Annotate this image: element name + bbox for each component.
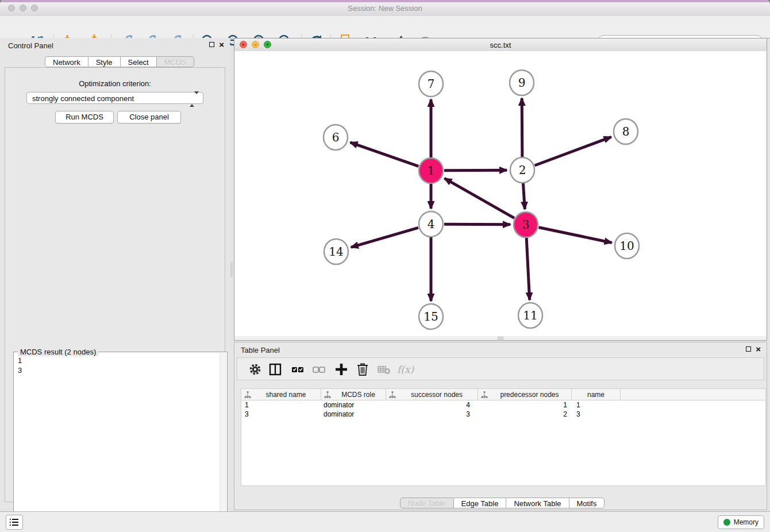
table-toolbar: f(x) xyxy=(237,357,764,380)
app-title: Session: New Session xyxy=(0,4,770,13)
settings-gear-icon[interactable] xyxy=(248,362,263,377)
graph-node-label: 4 xyxy=(428,217,435,231)
delete-column-icon[interactable] xyxy=(355,362,370,377)
close-panel-icon[interactable]: × xyxy=(219,41,224,48)
control-panel: Control Panel × Network Style Select MCD… xyxy=(0,38,230,508)
resize-grip[interactable] xyxy=(498,337,503,340)
graph-edge-3-11[interactable] xyxy=(526,238,529,300)
status-bar: Memory xyxy=(0,511,770,532)
toggle-column-view-icon[interactable] xyxy=(268,362,283,377)
application-window: Session: New Session xyxy=(0,0,770,532)
column-header-name[interactable]: name xyxy=(572,389,621,400)
memory-label: Memory xyxy=(734,518,759,526)
tab-edge-table[interactable]: Edge Table xyxy=(454,498,507,508)
network-canvas[interactable]: 1234678910111415 xyxy=(234,51,767,336)
mcds-result-title: MCDS result (2 nodes) xyxy=(18,348,98,356)
shared-column-icon xyxy=(481,391,488,398)
graph-node-label: 2 xyxy=(519,163,526,177)
graph-node-label: 8 xyxy=(622,125,630,138)
tab-node-table[interactable]: Node Table xyxy=(400,498,454,508)
graph-node-label: 10 xyxy=(619,239,634,253)
result-scrollbar[interactable] xyxy=(220,353,226,532)
network-window-bottom-edge xyxy=(234,336,767,340)
network-view-window: × − + scc.txt 1234678910111415 xyxy=(234,38,767,341)
graph-edge-2-8[interactable] xyxy=(535,137,611,165)
shared-column-icon xyxy=(324,391,331,398)
task-history-button[interactable] xyxy=(6,515,23,530)
function-builder-icon: f(x) xyxy=(397,362,420,377)
delete-table-icon xyxy=(376,362,391,377)
table-row[interactable]: 3 dominator 3 2 3 xyxy=(241,410,765,419)
mcds-tab-content: Optimization criterion: strongly connect… xyxy=(5,67,225,502)
graph-node-label: 7 xyxy=(428,77,435,91)
graph-node-label: 15 xyxy=(424,310,438,323)
tab-network-table[interactable]: Network Table xyxy=(506,498,569,508)
shared-column-icon xyxy=(389,391,396,398)
run-mcds-button[interactable]: Run MCDS xyxy=(55,111,114,124)
close-panel-button[interactable]: Close panel xyxy=(117,111,181,124)
graph-node-label: 9 xyxy=(518,76,526,90)
table-header-row: shared name MCDS role successor nodes pr… xyxy=(241,389,765,400)
graph-edge-2-3[interactable] xyxy=(523,183,525,209)
title-bar: Session: New Session xyxy=(0,0,770,17)
graph-node-label: 1 xyxy=(428,164,435,178)
graph-node-label: 14 xyxy=(329,245,343,259)
memory-button[interactable]: Memory xyxy=(718,515,764,529)
table-panel-title: Table Panel xyxy=(241,346,280,354)
tab-mcds[interactable]: MCDS xyxy=(157,56,194,67)
column-header-successor-nodes[interactable]: successor nodes xyxy=(386,389,478,400)
table-row[interactable]: 1 dominator 4 1 1 xyxy=(241,400,765,410)
close-table-panel-icon[interactable]: × xyxy=(756,346,761,352)
graph-edge-2-9[interactable] xyxy=(522,98,522,157)
deselect-all-icon[interactable] xyxy=(311,362,326,377)
tab-select[interactable]: Select xyxy=(121,56,157,67)
table-panel: Table Panel × xyxy=(234,342,767,510)
mcds-result-text[interactable]: 1 3 xyxy=(18,356,22,375)
panel-splitter[interactable] xyxy=(230,262,233,277)
result-line: 3 xyxy=(18,365,22,375)
graph-edge-4-3[interactable] xyxy=(444,224,510,225)
tab-style[interactable]: Style xyxy=(88,56,121,67)
graph-node-label: 6 xyxy=(332,130,340,144)
main-toolbar xyxy=(0,16,770,38)
table-panel-tabs: Node Table Edge Table Network Table Moti… xyxy=(400,498,605,508)
graph-edge-3-10[interactable] xyxy=(539,228,612,243)
column-header-predecessor-nodes[interactable]: predecessor nodes xyxy=(478,389,572,400)
control-panel-tabs: Network Style Select MCDS xyxy=(45,56,194,67)
select-stepper-icon xyxy=(190,94,199,105)
task-list-icon xyxy=(6,515,22,529)
select-value: strongly connected component xyxy=(32,94,134,103)
tab-network[interactable]: Network xyxy=(45,56,88,67)
control-panel-title: Control Panel xyxy=(8,41,53,50)
mcds-result-group: MCDS result (2 nodes) 1 3 xyxy=(13,352,228,532)
network-window-title: scc.txt xyxy=(234,41,767,49)
float-panel-icon[interactable] xyxy=(209,42,214,47)
graph-edge-1-6[interactable] xyxy=(350,142,418,167)
float-table-panel-icon[interactable] xyxy=(746,346,751,352)
node-table[interactable]: shared name MCDS role successor nodes pr… xyxy=(241,388,766,486)
select-all-icon[interactable] xyxy=(290,362,305,377)
window-top-strip xyxy=(0,0,770,2)
graph-node-label: 3 xyxy=(522,218,530,232)
memory-status-icon xyxy=(723,519,730,526)
column-header-shared-name[interactable]: shared name xyxy=(241,389,321,400)
graph-edge-4-14[interactable] xyxy=(351,228,418,247)
graph-node-label: 11 xyxy=(523,309,537,322)
graph-edge-3-1[interactable] xyxy=(444,178,514,218)
graph-edge-1-2[interactable] xyxy=(444,170,507,171)
tab-motifs[interactable]: Motifs xyxy=(569,498,605,508)
column-header-mcds-role[interactable]: MCDS role xyxy=(321,389,386,400)
shared-column-icon xyxy=(244,391,251,398)
optimization-criterion-label: Optimization criterion: xyxy=(5,79,225,88)
network-graph[interactable]: 1234678910111415 xyxy=(234,51,767,336)
result-line: 1 xyxy=(18,356,22,365)
add-column-icon[interactable] xyxy=(334,362,349,377)
optimization-criterion-select[interactable]: strongly connected component xyxy=(26,92,203,104)
network-window-titlebar[interactable]: × − + scc.txt xyxy=(234,38,767,52)
